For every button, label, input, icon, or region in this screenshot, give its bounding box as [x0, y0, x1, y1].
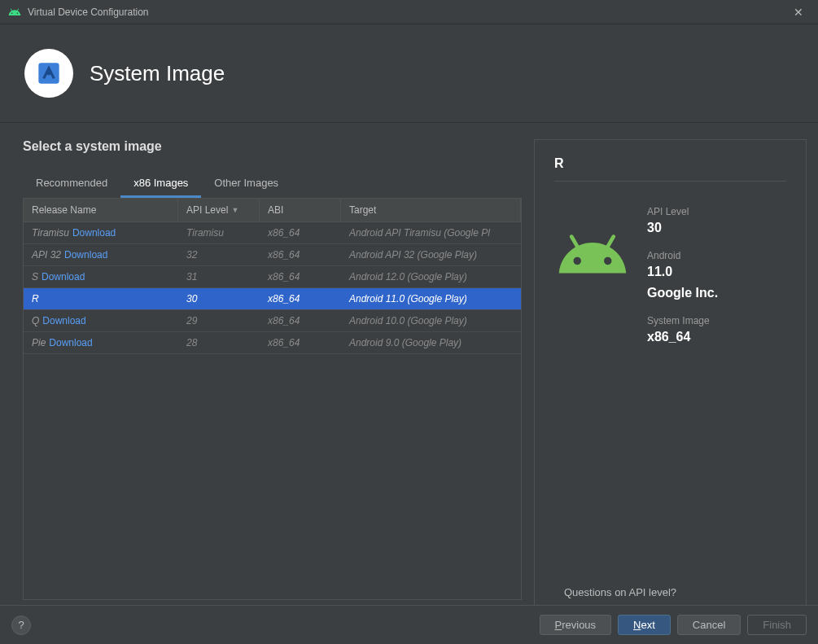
cell-api: 30: [178, 289, 260, 309]
release-name: Tiramisu: [32, 227, 69, 239]
release-name: S: [32, 271, 38, 283]
cell-abi: x86_64: [260, 223, 341, 243]
header-icon: [24, 49, 73, 98]
cell-api: 29: [178, 311, 260, 331]
cell-target: Android 9.0 (Google Play): [341, 333, 521, 353]
cell-abi: x86_64: [260, 333, 341, 353]
android-label: Android: [647, 250, 786, 261]
detail-android-icon: [554, 206, 631, 344]
system-image-label: System Image: [647, 315, 786, 326]
window-title: Virtual Device Configuration: [28, 7, 787, 18]
cell-api: Tiramisu: [178, 223, 260, 243]
tabs: Recommended x86 Images Other Images: [23, 170, 522, 199]
cancel-button[interactable]: Cancel: [677, 615, 741, 635]
next-label: ext: [641, 619, 655, 631]
download-link[interactable]: Download: [49, 337, 92, 348]
table-row[interactable]: QDownload29x86_64Android 10.0 (Google Pl…: [24, 310, 521, 332]
left-panel: Select a system image Recommended x86 Im…: [23, 139, 522, 633]
detail-field-api: API Level 30: [647, 206, 786, 235]
cell-api: 32: [178, 245, 260, 265]
cell-target: Android API Tiramisu (Google Pl: [341, 223, 521, 243]
release-name: Q: [32, 315, 39, 326]
release-name: API 32: [32, 249, 61, 261]
table-body: TiramisuDownloadTiramisux86_64Android AP…: [24, 222, 521, 599]
release-name: R: [32, 293, 39, 304]
tab-recommended[interactable]: Recommended: [23, 170, 120, 198]
system-image-table: Release Name API Level▼ ABI Target Tiram…: [23, 199, 522, 600]
cell-target: Android API 32 (Google Play): [341, 245, 521, 265]
cell-api: 31: [178, 267, 260, 287]
android-icon: [8, 6, 21, 19]
table-row[interactable]: R30x86_64Android 11.0 (Google Play): [24, 288, 521, 310]
download-link[interactable]: Download: [64, 249, 107, 261]
api-question: Questions on API level?: [564, 586, 786, 598]
download-link[interactable]: Download: [42, 271, 85, 283]
svg-point-1: [47, 72, 51, 76]
table-row[interactable]: TiramisuDownloadTiramisux86_64Android AP…: [24, 222, 521, 244]
detail-panel: R API Level 30 Android 11.0 Google Inc. …: [534, 139, 807, 633]
detail-content: API Level 30 Android 11.0 Google Inc. Sy…: [554, 206, 786, 344]
api-level-label: API Level: [647, 206, 786, 217]
release-name: Pie: [32, 337, 46, 348]
cell-target: Android 10.0 (Google Play): [341, 311, 521, 331]
th-target[interactable]: Target: [341, 199, 521, 221]
cell-abi: x86_64: [260, 245, 341, 265]
table-header: Release Name API Level▼ ABI Target: [24, 199, 521, 222]
table-row[interactable]: API 32Download32x86_64Android API 32 (Go…: [24, 244, 521, 266]
previous-label: revious: [562, 619, 596, 631]
download-link[interactable]: Download: [42, 315, 85, 326]
table-row[interactable]: PieDownload28x86_64Android 9.0 (Google P…: [24, 332, 521, 354]
cell-abi: x86_64: [260, 267, 341, 287]
cell-target: Android 12.0 (Google Play): [341, 267, 521, 287]
android-studio-icon: [33, 58, 64, 89]
android-value: 11.0: [647, 265, 786, 279]
th-release[interactable]: Release Name: [24, 199, 178, 221]
cell-abi: x86_64: [260, 311, 341, 331]
next-button[interactable]: Next: [618, 615, 671, 635]
cell-abi: x86_64: [260, 289, 341, 309]
api-level-value: 30: [647, 221, 786, 235]
system-image-value: x86_64: [647, 330, 786, 344]
th-abi[interactable]: ABI: [260, 199, 341, 221]
detail-title: R: [554, 156, 786, 182]
vendor-value: Google Inc.: [647, 286, 786, 300]
tab-other-images[interactable]: Other Images: [201, 170, 291, 198]
detail-field-android: Android 11.0 Google Inc.: [647, 250, 786, 300]
detail-fields: API Level 30 Android 11.0 Google Inc. Sy…: [647, 206, 786, 344]
help-button[interactable]: ?: [11, 616, 31, 635]
detail-field-system-image: System Image x86_64: [647, 315, 786, 344]
tab-x86-images[interactable]: x86 Images: [120, 170, 201, 198]
table-row[interactable]: SDownload31x86_64Android 12.0 (Google Pl…: [24, 266, 521, 288]
th-api-level[interactable]: API Level▼: [178, 199, 260, 221]
close-button[interactable]: ✕: [787, 2, 810, 22]
sort-desc-icon: ▼: [231, 206, 238, 214]
finish-button: Finish: [747, 615, 807, 635]
content-area: Select a system image Recommended x86 Im…: [0, 123, 818, 644]
cell-api: 28: [178, 333, 260, 353]
cell-target: Android 11.0 (Google Play): [341, 289, 521, 309]
titlebar: Virtual Device Configuration ✕: [0, 0, 818, 24]
download-link[interactable]: Download: [72, 227, 116, 239]
page-title: System Image: [90, 61, 225, 86]
header: System Image: [0, 24, 818, 123]
previous-button[interactable]: Previous: [540, 615, 612, 635]
subtitle: Select a system image: [23, 139, 522, 154]
footer: ? Previous Next Cancel Finish: [0, 605, 818, 644]
